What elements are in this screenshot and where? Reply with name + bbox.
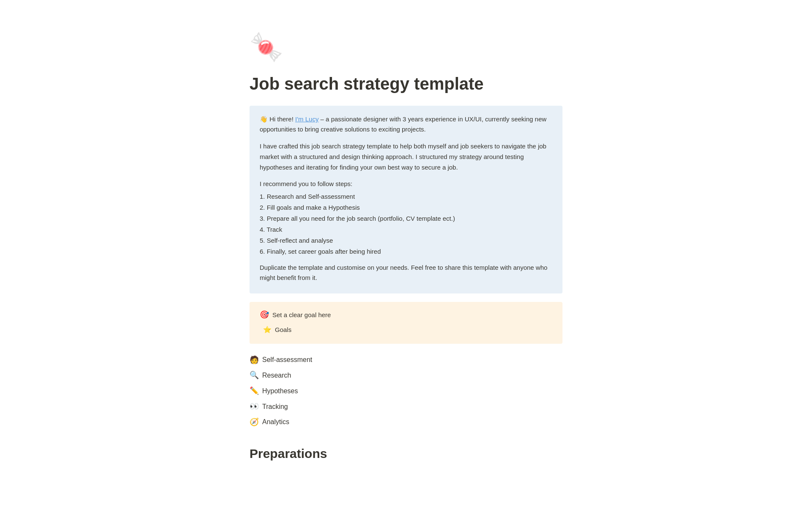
nav-item-emoji: ✏️ bbox=[250, 385, 259, 397]
goal-sub-row[interactable]: ⭐ Goals bbox=[260, 324, 552, 335]
step-item: 2. Fill goals and make a Hypothesis bbox=[260, 203, 552, 213]
intro-steps-list: 1. Research and Self-assessment2. Fill g… bbox=[260, 192, 552, 257]
step-item: 1. Research and Self-assessment bbox=[260, 192, 552, 202]
goal-title-row: 🎯 Set a clear goal here bbox=[260, 309, 552, 321]
nav-item-self-assessment[interactable]: 🧑Self-assessment bbox=[250, 352, 562, 368]
nav-item-emoji: 🧭 bbox=[250, 416, 259, 428]
nav-item-analytics[interactable]: 🧭Analytics bbox=[250, 414, 562, 430]
nav-item-label: Analytics bbox=[262, 417, 289, 428]
nav-item-emoji: 🔍 bbox=[250, 369, 259, 381]
greeting-emoji: 👋 bbox=[260, 115, 268, 123]
nav-item-label: Tracking bbox=[262, 401, 288, 412]
page-icon: 🍬 bbox=[250, 25, 562, 69]
intro-paragraph-1: I have crafted this job search strategy … bbox=[260, 141, 552, 173]
nav-item-label: Hypotheses bbox=[262, 386, 298, 397]
nav-list: 🧑Self-assessment🔍Research✏️Hypotheses👀Tr… bbox=[250, 352, 562, 430]
nav-item-label: Self-assessment bbox=[262, 354, 312, 365]
goal-emoji: 🎯 bbox=[260, 309, 269, 321]
intro-first-line: 👋 Hi there! I'm Lucy – a passionate desi… bbox=[260, 114, 552, 134]
author-link[interactable]: I'm Lucy bbox=[295, 115, 318, 123]
intro-footer: Duplicate the template and customise on … bbox=[260, 263, 552, 284]
step-item: 6. Finally, set career goals after being… bbox=[260, 247, 552, 257]
page-title: Job search strategy template bbox=[250, 74, 562, 94]
step-item: 3. Prepare all you need for the job sear… bbox=[260, 214, 552, 224]
step-item: 4. Track bbox=[260, 225, 552, 235]
goal-text: Set a clear goal here bbox=[272, 310, 331, 320]
intro-block: 👋 Hi there! I'm Lucy – a passionate desi… bbox=[250, 106, 562, 293]
nav-item-research[interactable]: 🔍Research bbox=[250, 367, 562, 383]
preparations-heading: Preparations bbox=[250, 444, 562, 464]
goals-label: Goals bbox=[275, 325, 291, 335]
page-container: 🍬 Job search strategy template 👋 Hi ther… bbox=[216, 0, 596, 507]
star-icon: ⭐ bbox=[263, 324, 272, 335]
nav-item-emoji: 👀 bbox=[250, 400, 259, 413]
nav-item-tracking[interactable]: 👀Tracking bbox=[250, 399, 562, 414]
intro-steps-label: I recommend you to follow steps: bbox=[260, 179, 552, 189]
step-item: 5. Self-reflect and analyse bbox=[260, 236, 552, 246]
nav-item-label: Research bbox=[262, 370, 291, 381]
nav-item-emoji: 🧑 bbox=[250, 354, 259, 366]
nav-item-hypotheses[interactable]: ✏️Hypotheses bbox=[250, 383, 562, 399]
greeting-text: Hi there! bbox=[269, 115, 294, 123]
goal-block: 🎯 Set a clear goal here ⭐ Goals bbox=[250, 302, 562, 343]
